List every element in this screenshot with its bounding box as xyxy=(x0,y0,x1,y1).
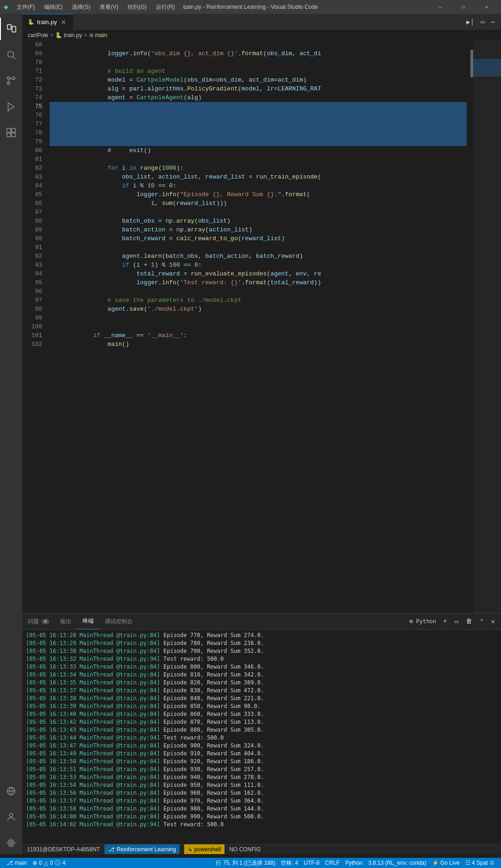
line-num-90: 90 xyxy=(22,234,42,243)
status-notifications[interactable]: ☷ 4 Spat ① xyxy=(462,860,497,866)
terminal-line-25: [05-05 16:14:02 MainThread @train.py:94]… xyxy=(26,821,497,829)
info-count: 4 xyxy=(62,860,65,866)
line-num-69: 69 xyxy=(22,49,42,58)
line-num-68: 68 xyxy=(22,40,42,49)
menu-goto[interactable]: 转到(G) xyxy=(125,2,149,12)
code-editor[interactable]: 68 69 70 71 72 73 74 75 76 77 78 79 80 8… xyxy=(22,40,501,613)
terminal-line-9: [05-05 16:13:38 MainThread @train.py:84]… xyxy=(26,695,497,702)
code-line-93: total_reward = run_evaluate_episodes(age… xyxy=(50,261,467,269)
terminal-line-18: [05-05 16:13:51 MainThread @train.py:84]… xyxy=(26,766,497,773)
code-line-91: agent.learn(batch_obs, batch_action, bat… xyxy=(50,243,467,252)
activity-bar xyxy=(0,14,22,854)
maximize-button[interactable]: ◻ xyxy=(453,0,474,14)
menu-view[interactable]: 查看(V) xyxy=(97,2,121,12)
tab-label: train.py xyxy=(37,19,57,26)
panel-tab-terminal[interactable]: 终端 xyxy=(77,613,99,629)
svg-rect-0 xyxy=(7,25,11,29)
status-git-branch[interactable]: ⎇ main xyxy=(4,858,30,868)
svg-marker-9 xyxy=(8,103,14,111)
remote-icon[interactable] xyxy=(0,780,22,802)
panel-tab-debug-console[interactable]: 调试控制台 xyxy=(99,613,138,629)
panel-tabs: 问题 4 输出 终端 调试控制台 ⊞ Python + ▭ 🗑 ⌃ xyxy=(22,613,501,630)
line-num-72: 72 xyxy=(22,76,42,84)
status-go-live[interactable]: ⚡ Go Live xyxy=(429,860,462,866)
extensions-icon[interactable] xyxy=(0,121,22,144)
code-line-90 xyxy=(50,234,467,243)
panel-tab-output[interactable]: 输出 xyxy=(55,613,77,629)
line-num-102: 102 xyxy=(22,340,42,349)
run-button[interactable]: ▶| xyxy=(464,17,476,27)
notification-text: ☷ 4 Spat ① xyxy=(465,860,495,866)
problems-badge: 4 xyxy=(42,619,49,624)
line-num-88: 88 xyxy=(22,217,42,225)
code-line-87: batch_obs = np.array(obs_list) xyxy=(50,208,467,217)
line-num-99: 99 xyxy=(22,313,42,322)
close-button[interactable]: ✕ xyxy=(476,0,497,14)
status-cursor-position[interactable]: 行 75, 列 1 (已选择 188) xyxy=(213,859,278,867)
status-indentation[interactable]: 空格: 4 xyxy=(278,859,301,867)
tab-train-py[interactable]: 🐍 train.py ✕ xyxy=(22,14,73,30)
line-num-95: 95 xyxy=(22,278,42,287)
split-terminal-button[interactable]: ▭ xyxy=(452,617,461,626)
code-line-95 xyxy=(50,278,467,287)
breadcrumb-cartpole[interactable]: cartPole xyxy=(28,32,48,38)
menu-select[interactable]: 选择(S) xyxy=(69,2,93,12)
code-line-83: if i % 10 == 0: xyxy=(50,172,467,181)
panel-tab-problems[interactable]: 问题 4 xyxy=(22,613,55,629)
breadcrumb-trainpy[interactable]: 🐍 train.py xyxy=(55,32,82,38)
menu-edit[interactable]: 编辑(E) xyxy=(41,2,65,12)
explorer-icon[interactable] xyxy=(0,18,22,40)
status-language[interactable]: Python xyxy=(342,860,365,866)
more-actions-button[interactable]: ⋯ xyxy=(489,17,497,27)
tab-bar-actions: ▶| ▭ ⋯ xyxy=(464,14,501,30)
svg-point-5 xyxy=(13,77,15,80)
debug-console-label: 调试控制台 xyxy=(105,618,133,625)
line-num-81: 81 xyxy=(22,155,42,164)
minimize-button[interactable]: — xyxy=(430,0,451,14)
terminal-line-3: [05-05 16:13:30 MainThread @train.py:84]… xyxy=(26,647,497,655)
line-num-101: 101 xyxy=(22,331,42,340)
source-control-icon[interactable] xyxy=(0,70,22,92)
trash-terminal-button[interactable]: 🗑 xyxy=(463,617,475,626)
panel: 问题 4 输出 终端 调试控制台 ⊞ Python + ▭ 🗑 ⌃ xyxy=(22,613,501,854)
breadcrumb-main-func[interactable]: ⊕ main xyxy=(89,32,107,38)
terminal-shell-label: ⊞ Python xyxy=(410,618,437,625)
code-line-84: logger.info("Episode {}, Reward Sum {}."… xyxy=(50,181,467,190)
line-num-70: 70 xyxy=(22,58,42,67)
git-branch-icon: ⎇ xyxy=(108,846,115,853)
lightbulb-icon[interactable]: 💡 xyxy=(48,111,49,120)
search-icon[interactable] xyxy=(0,44,22,66)
vertical-scrollbar[interactable] xyxy=(467,40,473,613)
terminal-line-21: [05-05 16:13:56 MainThread @train.py:84]… xyxy=(26,789,497,797)
status-bar: ⎇ main ⊗ 0 △ 0 ⓘ 4 行 75, 列 1 (已选择 188) 空… xyxy=(0,858,501,868)
svg-point-2 xyxy=(8,51,14,57)
close-panel-button[interactable]: ✕ xyxy=(489,617,497,626)
menu-file[interactable]: 文件(F) xyxy=(14,2,38,12)
tab-close-button[interactable]: ✕ xyxy=(60,19,67,26)
settings-icon[interactable] xyxy=(0,832,22,854)
terminal-content[interactable]: [05-05 16:13:28 MainThread @train.py:84]… xyxy=(22,630,501,844)
status-line-ending[interactable]: CRLF xyxy=(322,860,342,866)
line-num-87: 87 xyxy=(22,208,42,217)
terminal-line-22: [05-05 16:13:57 MainThread @train.py:84]… xyxy=(26,797,497,805)
breadcrumb-sep-2: > xyxy=(84,32,87,38)
code-content[interactable]: logger.info('obs_dim {}, act_dim {}'.for… xyxy=(48,40,467,613)
shell-indicator[interactable]: ↳ powershell xyxy=(184,844,225,855)
split-editor-button[interactable]: ▭ xyxy=(478,17,487,27)
terminal-line-23: [05-05 16:13:58 MainThread @train.py:84]… xyxy=(26,805,497,813)
new-terminal-button[interactable]: + xyxy=(441,617,449,626)
status-errors[interactable]: ⊗ 0 △ 0 ⓘ 4 xyxy=(30,858,68,868)
account-icon[interactable] xyxy=(0,806,22,828)
code-line-75: 💡 # load model and evaluate xyxy=(50,102,467,111)
menu-run[interactable]: 运行(R) xyxy=(153,2,178,12)
branch-indicator[interactable]: ⎇ Reinforcement Learning xyxy=(104,844,180,855)
status-python-env[interactable]: 3.8.13 (RL_env: conda) xyxy=(366,860,429,866)
code-line-81: for i in range(1000): xyxy=(50,155,467,164)
maximize-panel-button[interactable]: ⌃ xyxy=(477,617,486,626)
terminal-line-7: [05-05 16:13:35 MainThread @train.py:84]… xyxy=(26,679,497,687)
code-line-68: logger.info('obs_dim {}, act_dim {}'.for… xyxy=(50,40,467,49)
terminal-line-16: [05-05 16:13:49 MainThread @train.py:84]… xyxy=(26,750,497,758)
run-debug-icon[interactable] xyxy=(0,96,22,118)
status-encoding[interactable]: UTF-8 xyxy=(301,860,322,866)
editor-area: 68 69 70 71 72 73 74 75 76 77 78 79 80 8… xyxy=(22,40,501,613)
